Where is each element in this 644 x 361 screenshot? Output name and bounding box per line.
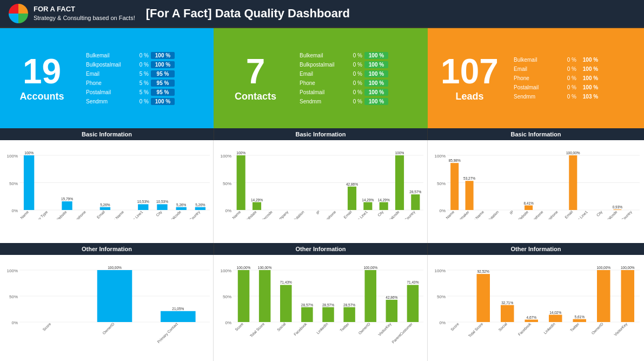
- svg-text:92,52%: 92,52%: [477, 270, 489, 273]
- svg-text:Email: Email: [564, 209, 574, 219]
- svg-text:Postalcode: Postalcode: [165, 210, 182, 219]
- svg-text:VisitorKey: VisitorKey: [613, 321, 628, 337]
- svg-text:Country: Country: [621, 209, 633, 219]
- basic-charts-row: 100%50%0%100%NameCustomer Type15,79%Webs…: [0, 140, 644, 243]
- contacts-panel: 7 Contacts Bulkemail 0 % 100 % Bulkposta…: [214, 28, 428, 128]
- metric-row: Phone 0 % 100 %: [514, 75, 640, 82]
- accounts-other-chart: 100%50%0%Score100,00%OwnerID21,05%Primar…: [3, 258, 213, 345]
- other-charts-row: 100%50%0%Score100,00%OwnerID21,05%Primar…: [0, 255, 644, 361]
- svg-text:Name: Name: [231, 210, 241, 219]
- metric-row-pct: 0 %: [565, 57, 576, 63]
- header: FOR A FACT Strategy & Consulting based o…: [0, 0, 644, 28]
- svg-text:15,79%: 15,79%: [61, 197, 73, 201]
- svg-text:Gendercode: Gendercode: [256, 210, 273, 219]
- other-info-contacts-header: Other Information: [214, 243, 428, 255]
- metric-row-label: Bulkemail: [86, 52, 135, 58]
- accounts-basic-chart: 100%50%0%100%NameCustomer Type15,79%Webs…: [3, 143, 211, 219]
- metric-row-pct: 0 %: [350, 62, 362, 68]
- bar: [380, 202, 388, 210]
- metric-row-label: Bulkpostalmail: [300, 62, 348, 68]
- svg-text:ParentCustomer: ParentCustomer: [391, 321, 413, 344]
- svg-text:Customer Type: Customer Type: [28, 210, 49, 219]
- svg-text:Score: Score: [42, 322, 51, 332]
- basic-info-accounts-header: Basic Information: [0, 128, 214, 140]
- other-info-headers: Other Information Other Information Othe…: [0, 243, 644, 255]
- bar: [253, 202, 261, 210]
- other-chart-contacts: 100%50%0%100,00%Score100,00%Total Score7…: [214, 255, 428, 361]
- metric-row: Bulkpostalmail 0 % 100 %: [86, 61, 209, 68]
- metric-badge: 100 %: [579, 84, 602, 91]
- metric-badge: 100 %: [364, 61, 388, 68]
- bar: [280, 285, 292, 322]
- bar: [100, 207, 110, 210]
- bar: [238, 270, 250, 322]
- metric-row-pct: 0 %: [350, 99, 362, 104]
- svg-text:28,57%: 28,57%: [409, 190, 421, 194]
- contacts-rows: Bulkemail 0 % 100 % Bulkpostalmail 0 % 1…: [297, 28, 428, 128]
- metric-row: Sendmm 0 % 100 %: [86, 98, 209, 105]
- bar: [343, 307, 355, 322]
- contacts-basic-chart: 100%50%0%100%Name14,29%BirthdateGenderco…: [217, 143, 425, 219]
- svg-text:100%: 100%: [435, 268, 446, 273]
- svg-text:Website: Website: [517, 210, 529, 219]
- metric-row-pct: 5 %: [137, 80, 149, 86]
- svg-text:Postalcode: Postalcode: [602, 210, 618, 219]
- svg-text:100,00%: 100,00%: [237, 266, 251, 270]
- main-content: 19 Accounts Bulkemail 0 % 100 % Bulkpost…: [0, 28, 644, 361]
- svg-text:10,53%: 10,53%: [137, 200, 149, 204]
- metric-row-label: Sendmm: [300, 99, 348, 104]
- svg-text:0%: 0%: [11, 208, 18, 213]
- svg-text:32,71%: 32,71%: [501, 301, 513, 305]
- svg-text:OwnerID: OwnerID: [102, 322, 115, 335]
- page-title: [For A Fact] Data Quality Dashboard: [146, 6, 350, 21]
- metric-row-pct: 0 %: [137, 52, 149, 58]
- svg-text:100%: 100%: [221, 268, 231, 273]
- svg-text:100%: 100%: [24, 151, 34, 155]
- metric-badge: 95 %: [151, 80, 175, 87]
- metric-row: Bulkpostalmail 0 % 100 %: [300, 61, 423, 68]
- svg-text:100,00%: 100,00%: [596, 266, 610, 270]
- svg-text:28,57%: 28,57%: [301, 303, 313, 307]
- basic-info-contacts-header: Basic Information: [214, 128, 428, 140]
- logo-tagline: Strategy & Consulting based on Facts!: [34, 15, 135, 21]
- svg-text:Country: Country: [404, 209, 416, 219]
- metric-row-pct: 0 %: [350, 52, 362, 58]
- svg-text:14,02%: 14,02%: [549, 311, 561, 314]
- metric-row: Sendmm 0 % 100 %: [300, 98, 423, 105]
- bar: [569, 155, 577, 210]
- metric-row: Email 0 % 100 %: [300, 70, 423, 77]
- svg-text:100%: 100%: [435, 154, 446, 159]
- metric-badge: 100 %: [364, 98, 388, 105]
- svg-text:50%: 50%: [9, 181, 18, 186]
- svg-text:28,57%: 28,57%: [322, 303, 334, 307]
- metric-row: Postalmail 0 % 100 %: [300, 89, 423, 96]
- metric-row-label: Email: [86, 71, 135, 77]
- bar: [62, 201, 72, 210]
- bar: [24, 155, 34, 210]
- svg-text:50%: 50%: [9, 294, 18, 299]
- bar: [450, 163, 459, 210]
- svg-text:0%: 0%: [11, 320, 18, 325]
- metric-row-pct: 0 %: [565, 84, 576, 90]
- svg-text:Total Score: Total Score: [249, 322, 265, 338]
- svg-text:100%: 100%: [221, 154, 231, 159]
- other-info-accounts-header: Other Information: [0, 243, 214, 255]
- svg-text:IP: IP: [315, 210, 321, 215]
- metric-row-pct: 0 %: [350, 80, 362, 86]
- bar: [411, 194, 420, 210]
- svg-text:LinkedIn: LinkedIn: [316, 322, 329, 335]
- bar: [525, 206, 533, 210]
- svg-text:Birthdate: Birthdate: [244, 210, 257, 219]
- metric-badge: 100 %: [364, 52, 388, 59]
- metric-badge: 100 %: [364, 89, 388, 96]
- metric-badge: 100 %: [151, 52, 175, 59]
- metric-row-pct: 0 %: [137, 99, 149, 104]
- svg-text:Address Line1: Address Line1: [124, 210, 144, 219]
- metric-badge: 103 %: [579, 93, 602, 100]
- bar: [97, 270, 132, 322]
- leads-rows: Bulkemail 0 % 100 % Email 0 % 100 % Phon…: [512, 28, 644, 128]
- svg-text:5,61%: 5,61%: [575, 315, 585, 319]
- metric-row: Email 5 % 95 %: [86, 70, 209, 77]
- metric-badge: 100 %: [364, 70, 388, 77]
- metric-row: Postalmail 5 % 95 %: [86, 89, 209, 96]
